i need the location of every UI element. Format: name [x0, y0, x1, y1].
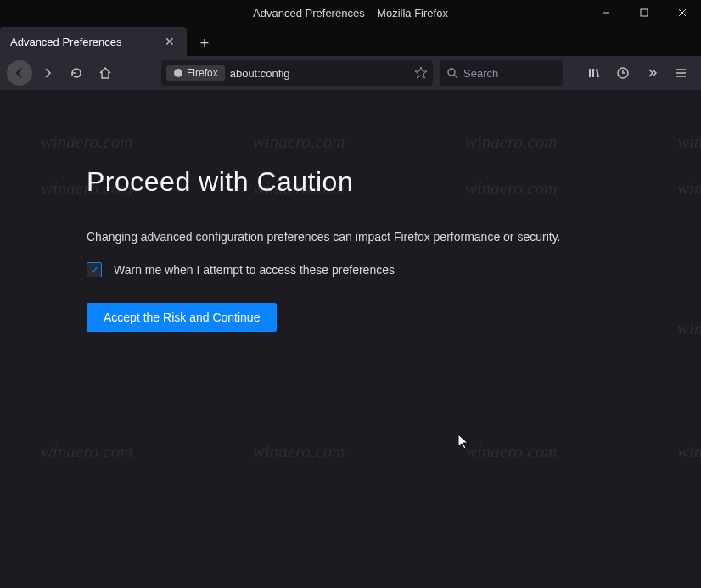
watermark: winaero.com	[465, 441, 557, 462]
check-icon: ✓	[90, 264, 99, 277]
forward-button[interactable]	[34, 59, 61, 87]
page-heading: Proceed with Caution	[87, 166, 701, 198]
window-controls	[586, 0, 701, 25]
home-button[interactable]	[92, 59, 119, 87]
svg-line-6	[454, 75, 457, 78]
warn-checkbox-label: Warn me when I attempt to access these p…	[114, 263, 395, 277]
warn-checkbox-row[interactable]: ✓ Warn me when I attempt to access these…	[87, 262, 701, 277]
bookmark-star-icon[interactable]	[414, 66, 428, 80]
watermark: winaero.com	[41, 441, 132, 462]
svg-rect-1	[641, 9, 648, 16]
url-text: about:config	[230, 67, 409, 80]
window-title: Advanced Preferences – Mozilla Firefox	[253, 7, 448, 20]
watermark: winaero.com	[677, 441, 701, 462]
warn-checkbox[interactable]: ✓	[87, 262, 102, 277]
cursor-icon	[458, 434, 470, 451]
close-button[interactable]	[663, 0, 701, 25]
titlebar: Advanced Preferences – Mozilla Firefox	[0, 0, 701, 25]
identity-box[interactable]: Firefox	[166, 65, 225, 81]
search-icon	[446, 67, 458, 79]
history-button[interactable]	[609, 59, 637, 87]
tabbar: Advanced Preferences ✕ +	[0, 25, 701, 56]
page-content: Proceed with Caution Changing advanced c…	[0, 90, 701, 332]
watermark: winaero.com	[253, 441, 345, 462]
identity-label: Firefox	[187, 67, 218, 79]
back-button[interactable]	[7, 60, 32, 86]
library-button[interactable]	[580, 59, 608, 87]
overflow-button[interactable]	[638, 59, 665, 87]
svg-line-9	[597, 69, 598, 77]
searchbar[interactable]: Search	[440, 60, 563, 86]
firefox-icon	[173, 68, 183, 78]
reload-button[interactable]	[63, 59, 90, 87]
tab-title: Advanced Preferences	[10, 36, 122, 48]
urlbar[interactable]: Firefox about:config	[161, 60, 433, 86]
svg-point-5	[448, 69, 455, 76]
close-icon[interactable]: ✕	[161, 33, 178, 50]
search-placeholder: Search	[463, 67, 498, 80]
svg-point-4	[174, 69, 182, 77]
menu-button[interactable]	[667, 59, 694, 87]
tab-advanced-preferences[interactable]: Advanced Preferences ✕	[0, 27, 187, 56]
toolbar: Firefox about:config Search	[0, 56, 701, 90]
accept-risk-button[interactable]: Accept the Risk and Continue	[87, 303, 277, 332]
new-tab-button[interactable]: +	[192, 31, 217, 56]
warning-text: Changing advanced configuration preferen…	[87, 230, 701, 244]
minimize-button[interactable]	[586, 0, 625, 25]
maximize-button[interactable]	[625, 0, 663, 25]
